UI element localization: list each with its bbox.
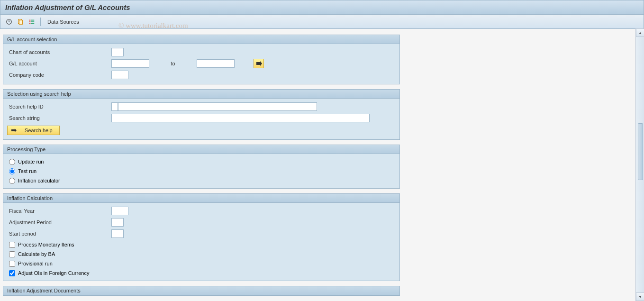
input-chart-of-accounts[interactable]: [111, 48, 124, 56]
checkbox-process-monetary[interactable]: [9, 242, 15, 248]
input-gl-account-to[interactable]: [197, 59, 235, 68]
label-calculate-ba: Calculate by BA: [18, 251, 55, 257]
label-inflation-calculator: Inflation calculator: [18, 178, 60, 183]
checkbox-provisional-run[interactable]: [9, 261, 15, 267]
svg-rect-6: [31, 19, 34, 20]
execute-icon[interactable]: [4, 17, 14, 27]
toolbar: Data Sources: [0, 15, 644, 29]
label-adjustment-period: Adjustment Period: [7, 219, 111, 225]
svg-rect-9: [29, 23, 31, 24]
svg-rect-10: [31, 23, 34, 24]
input-search-string[interactable]: [111, 114, 370, 122]
label-adjust-ois: Adjust OIs in Foreign Currency: [18, 270, 89, 276]
svg-rect-5: [29, 19, 31, 20]
checkbox-calculate-ba[interactable]: [9, 251, 15, 257]
group-inflation-calculation-header: Inflation Calculation: [3, 194, 399, 203]
label-chart-of-accounts: Chart of accounts: [7, 49, 111, 55]
input-search-help-id-short[interactable]: [111, 102, 118, 111]
label-test-run: Test run: [18, 168, 36, 174]
radio-test-run[interactable]: [9, 168, 15, 174]
label-provisional-run: Provisional run: [18, 261, 53, 266]
variant-icon[interactable]: [16, 17, 25, 27]
label-search-help-id: Search help ID: [7, 104, 111, 109]
group-inflation-documents-header: Inflation Adjustment Documents: [3, 286, 399, 295]
scroll-down-arrow[interactable]: ▼: [636, 292, 644, 301]
page-title-text: Inflation Adjustment of G/L Accounts: [5, 3, 130, 11]
scroll-up-arrow[interactable]: ▲: [636, 28, 644, 37]
input-company-code[interactable]: [111, 71, 128, 79]
label-fiscal-year: Fiscal Year: [7, 208, 111, 214]
group-processing-type: Processing Type Update run Test run Infl…: [3, 145, 400, 189]
group-gl-selection: G/L account selection Chart of accounts …: [3, 35, 400, 84]
label-update-run: Update run: [18, 159, 44, 164]
radio-update-run[interactable]: [9, 159, 15, 165]
input-adjustment-period[interactable]: [111, 218, 124, 227]
label-to: to: [149, 61, 197, 66]
input-search-help-id[interactable]: [118, 102, 317, 111]
radio-inflation-calculator[interactable]: [9, 178, 15, 184]
page-title: Inflation Adjustment of G/L Accounts: [0, 0, 644, 15]
scroll-thumb[interactable]: [638, 123, 643, 180]
group-inflation-calculation: Inflation Calculation Fiscal Year Adjust…: [3, 193, 400, 281]
data-sources-label[interactable]: Data Sources: [45, 19, 82, 25]
toolbar-separator: [40, 18, 41, 26]
search-help-button[interactable]: Search help: [7, 126, 60, 135]
svg-line-2: [9, 22, 10, 22]
group-processing-type-header: Processing Type: [3, 145, 399, 154]
svg-rect-4: [19, 20, 22, 24]
group-search-help: Selection using search help Search help …: [3, 89, 400, 140]
input-fiscal-year[interactable]: [111, 207, 128, 215]
label-company-code: Company code: [7, 72, 111, 78]
input-start-period[interactable]: [111, 229, 124, 238]
svg-rect-7: [29, 21, 31, 22]
main-panel: G/L account selection Chart of accounts …: [0, 29, 403, 301]
svg-rect-8: [31, 21, 34, 22]
label-process-monetary: Process Monetary Items: [18, 242, 74, 247]
label-start-period: Start period: [7, 231, 111, 237]
content-area: G/L account selection Chart of accounts …: [0, 29, 644, 301]
label-gl-account: G/L account: [7, 61, 111, 66]
group-search-help-header: Selection using search help: [3, 90, 399, 99]
vertical-scrollbar[interactable]: ▲ ▼: [635, 28, 644, 301]
group-gl-selection-header: G/L account selection: [3, 35, 399, 44]
list-icon[interactable]: [27, 17, 36, 27]
checkbox-adjust-ois[interactable]: [9, 270, 15, 276]
search-help-button-label: Search help: [25, 128, 53, 133]
label-search-string: Search string: [7, 115, 111, 121]
multi-selection-button[interactable]: [254, 59, 264, 68]
group-inflation-documents: Inflation Adjustment Documents: [3, 286, 400, 296]
input-gl-account-from[interactable]: [111, 59, 149, 68]
